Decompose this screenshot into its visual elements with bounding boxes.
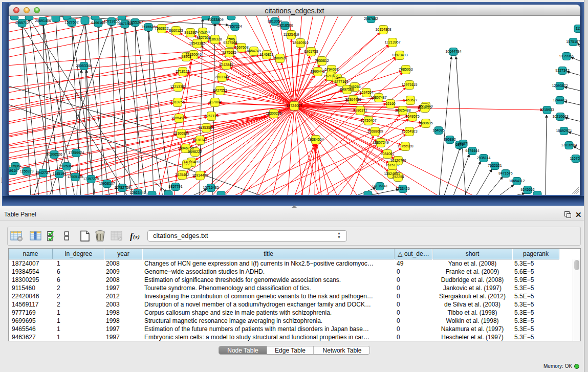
svg-text:8454749: 8454749 [247, 49, 260, 53]
svg-text:20691406: 20691406 [35, 19, 51, 23]
svg-text:20206526: 20206526 [46, 152, 62, 156]
svg-text:1145194: 1145194 [53, 172, 67, 176]
svg-text:10973493: 10973493 [391, 53, 407, 57]
svg-text:10543362: 10543362 [189, 41, 205, 45]
svg-text:(x): (x) [133, 233, 140, 240]
svg-text:3624554: 3624554 [359, 91, 373, 94]
svg-text:10655267: 10655267 [127, 20, 143, 24]
svg-text:98903: 98903 [181, 55, 191, 58]
svg-text:9699695: 9699695 [419, 121, 432, 125]
svg-text:12213967: 12213967 [384, 40, 400, 44]
svg-text:8267110: 8267110 [205, 114, 219, 118]
svg-text:19166829: 19166829 [173, 132, 189, 135]
svg-text:19218506: 19218506 [277, 24, 293, 27]
svg-text:1615132: 1615132 [385, 163, 399, 167]
svg-text:18640910: 18640910 [292, 41, 308, 45]
svg-text:1010755: 1010755 [170, 100, 184, 104]
svg-text:164095: 164095 [432, 128, 444, 132]
svg-text:9463627: 9463627 [403, 98, 417, 102]
svg-text:16154808: 16154808 [375, 28, 391, 31]
svg-text:2942737: 2942737 [36, 171, 50, 174]
svg-text:8471676: 8471676 [498, 171, 512, 175]
svg-text:6961758: 6961758 [304, 50, 318, 53]
svg-text:14136141: 14136141 [372, 184, 387, 188]
svg-text:9245652: 9245652 [520, 188, 534, 191]
svg-text:9857791: 9857791 [168, 185, 182, 188]
svg-text:1575107: 1575107 [566, 40, 580, 43]
svg-text:1549575: 1549575 [405, 115, 419, 118]
svg-text:17359924: 17359924 [68, 151, 84, 155]
svg-text:12093872: 12093872 [552, 84, 568, 87]
svg-text:16210643: 16210643 [552, 115, 568, 118]
svg-text:18724007: 18724007 [286, 104, 302, 107]
svg-text:62160: 62160 [385, 102, 396, 105]
svg-text:891295: 891295 [184, 31, 196, 34]
svg-text:5878342: 5878342 [193, 138, 207, 142]
svg-text:20053346: 20053346 [76, 64, 92, 68]
svg-text:2935114: 2935114 [477, 156, 491, 160]
svg-text:15692971: 15692971 [556, 129, 572, 133]
svg-text:7857224: 7857224 [228, 25, 242, 28]
svg-text:7485063: 7485063 [399, 68, 412, 71]
svg-text:9197: 9197 [459, 142, 467, 145]
svg-text:15716485: 15716485 [203, 186, 219, 189]
svg-text:7563822: 7563822 [155, 27, 168, 30]
svg-text:8186328: 8186328 [208, 37, 222, 41]
svg-text:17357225: 17357225 [83, 177, 99, 181]
svg-text:417004: 417004 [209, 100, 221, 104]
svg-text:2588520: 2588520 [273, 56, 287, 60]
svg-text:9115460: 9115460 [418, 106, 432, 110]
svg-text:5875685: 5875685 [222, 51, 236, 54]
svg-text:2667608: 2667608 [234, 46, 248, 49]
svg-text:177: 177 [184, 162, 190, 166]
svg-text:9474444: 9474444 [465, 149, 479, 152]
svg-text:7955812: 7955812 [315, 59, 329, 62]
svg-text:4055712: 4055712 [15, 21, 29, 25]
svg-text:111: 111 [576, 27, 580, 30]
svg-text:8813054: 8813054 [268, 19, 281, 23]
svg-text:19654923: 19654923 [171, 116, 187, 120]
svg-text:9146821: 9146821 [259, 53, 273, 56]
svg-text:2087682: 2087682 [364, 17, 378, 20]
svg-text:8990443: 8990443 [311, 70, 324, 73]
svg-text:8427552: 8427552 [213, 89, 227, 92]
svg-text:12213383: 12213383 [170, 85, 186, 89]
svg-text:10958107: 10958107 [99, 182, 115, 185]
svg-text:18807249: 18807249 [373, 141, 388, 144]
svg-text:835061: 835061 [9, 164, 21, 168]
svg-text:9975867: 9975867 [59, 164, 73, 168]
svg-text:245: 245 [334, 76, 340, 80]
svg-text:9084067: 9084067 [380, 152, 394, 156]
svg-text:895892: 895892 [444, 138, 455, 141]
svg-text:7515526: 7515526 [141, 25, 155, 29]
svg-text:7986372: 7986372 [353, 108, 367, 112]
svg-text:11325419: 11325419 [284, 33, 299, 36]
svg-text:16046758: 16046758 [178, 146, 193, 150]
svg-text:17016504: 17016504 [561, 143, 577, 147]
svg-text:2718120: 2718120 [176, 70, 189, 73]
svg-text:1156829: 1156829 [20, 169, 34, 173]
svg-text:1527602: 1527602 [64, 20, 78, 24]
svg-text:16782759: 16782759 [114, 186, 130, 189]
svg-text:7625402: 7625402 [175, 173, 189, 177]
svg-text:9129966: 9129966 [559, 54, 573, 58]
svg-text:18300295: 18300295 [266, 112, 281, 115]
svg-text:11353594: 11353594 [199, 126, 214, 129]
svg-text:7632621: 7632621 [488, 164, 502, 167]
svg-text:10644784: 10644784 [445, 50, 461, 53]
svg-text:5226058: 5226058 [195, 30, 209, 34]
svg-text:9777169: 9777169 [334, 80, 348, 83]
svg-text:10025488: 10025488 [395, 108, 410, 112]
svg-text:9242845: 9242845 [219, 63, 233, 67]
svg-text:10807487: 10807487 [371, 96, 386, 99]
svg-text:1244419: 1244419 [553, 98, 567, 102]
svg-text:15720407: 15720407 [360, 119, 376, 122]
svg-text:12905135: 12905135 [67, 175, 83, 179]
svg-text:746266: 746266 [349, 85, 360, 89]
svg-text:252254: 252254 [392, 175, 404, 179]
svg-text:1733426: 1733426 [396, 187, 409, 190]
svg-text:5498222: 5498222 [188, 150, 202, 154]
svg-text:12923446: 12923446 [129, 191, 145, 194]
svg-text:19654923: 19654923 [401, 129, 417, 133]
svg-text:20364436: 20364436 [345, 98, 361, 101]
